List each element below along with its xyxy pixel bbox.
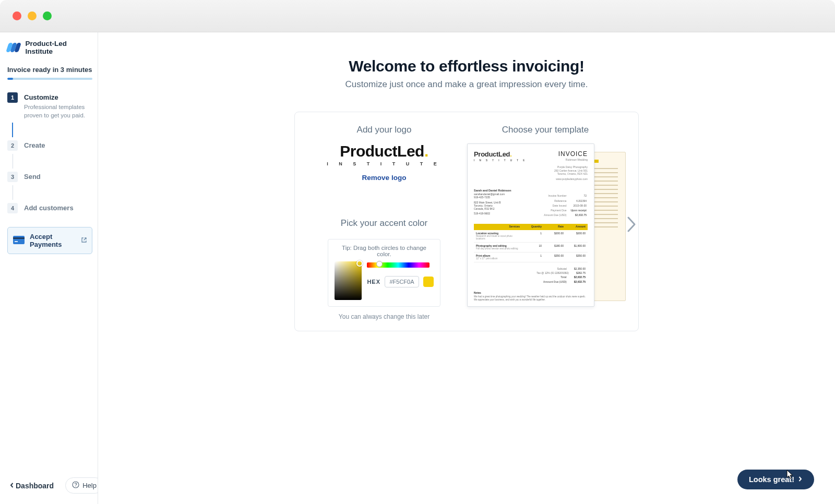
hero-subtitle: Customize just once and make a great imp…: [98, 79, 835, 90]
next-template-button[interactable]: [625, 215, 637, 235]
dashboard-link[interactable]: Dashboard: [9, 482, 54, 490]
brand-header: Product-Led Institute: [7, 40, 92, 55]
hero-title: Welcome to effortless invoicing!: [98, 57, 835, 75]
logo-dot: .: [424, 142, 428, 160]
template-column: Choose your template ProductLed. I N S T…: [467, 125, 624, 320]
hex-label: HEX: [367, 279, 380, 285]
hero: Welcome to effortless invoicing! Customi…: [98, 57, 835, 90]
invoice-template-preview[interactable]: ProductLed. I N S T I T U T E INVOICE Ro…: [467, 143, 594, 307]
chevron-right-icon: [797, 475, 803, 484]
step-connector: [12, 123, 13, 137]
saturation-value-square[interactable]: [335, 261, 362, 300]
step-label: Send: [24, 172, 41, 181]
credit-card-icon: [13, 236, 25, 246]
window-zoom-dot[interactable]: [43, 11, 52, 20]
chevron-left-icon: [9, 482, 15, 490]
dashboard-label: Dashboard: [16, 482, 54, 490]
preview-table-header: Services Quantity Rate Amount: [474, 224, 588, 230]
onboarding-sidebar: Product-Led Institute Invoice ready in 3…: [0, 32, 98, 504]
preview-line-item: Print album12" x 17" print album1$350.00…: [474, 253, 588, 262]
step-customize[interactable]: 1 Customize Professional templates prove…: [7, 89, 92, 123]
help-button[interactable]: Help: [65, 477, 103, 494]
window-close-dot[interactable]: [13, 11, 21, 20]
external-link-icon: [81, 237, 87, 244]
sv-handle[interactable]: [356, 260, 363, 267]
remove-logo-link[interactable]: Remove logo: [362, 174, 407, 182]
preview-totals: Subtotal$2,350.00 Tax @ 12% (ID 22820938…: [474, 267, 588, 284]
color-swatch: [423, 277, 434, 287]
svg-rect-0: [13, 236, 25, 244]
looks-great-button[interactable]: Looks great!: [737, 470, 814, 489]
hex-input[interactable]: [385, 276, 419, 287]
preview-line-item: Location scoutingResearch and travel to …: [474, 230, 588, 243]
logo-and-color-column: Add your logo ProductLed. I N S T I T U …: [309, 125, 459, 320]
color-picker: Tip: Drag both circles to change color. …: [328, 239, 440, 307]
step-add-customers[interactable]: 4 Add customers: [7, 200, 92, 217]
hue-handle[interactable]: [376, 261, 383, 267]
color-picker-tip: Tip: Drag both circles to change color.: [335, 245, 434, 257]
step-label: Customize: [24, 92, 92, 101]
help-label: Help: [82, 482, 97, 489]
add-logo-heading: Add your logo: [357, 125, 412, 135]
step-number: 3: [7, 172, 18, 182]
preview-line-item: Photography and editingFull day photo se…: [474, 243, 588, 253]
step-label: Create: [24, 140, 45, 149]
step-connector: [13, 185, 13, 200]
logo-subtext: I N S T I T U T E: [327, 161, 442, 166]
macos-titlebar: [0, 0, 835, 32]
hue-slider[interactable]: [367, 262, 430, 268]
uploaded-logo-preview: ProductLed. I N S T I T U T E: [327, 142, 442, 166]
onboarding-steps: 1 Customize Professional templates prove…: [7, 89, 92, 217]
step-number: 1: [7, 92, 18, 103]
window-minimize-dot[interactable]: [28, 11, 37, 20]
step-number: 4: [7, 203, 18, 213]
step-number: 2: [7, 140, 18, 151]
wave-logo-icon: [7, 43, 20, 52]
step-label: Add customers: [24, 203, 74, 212]
logo-text: ProductLed: [340, 142, 424, 160]
svg-rect-1: [13, 237, 25, 239]
preview-logo: ProductLed. I N S T I T U T E: [474, 150, 527, 181]
onboarding-progress-bar: [7, 78, 92, 80]
step-send[interactable]: 3 Send: [7, 169, 92, 185]
preview-notes: Notes We had a great time photographing …: [474, 291, 588, 302]
preview-invoice-title: INVOICE Robinson Wedding Purple Daisy Ph…: [554, 150, 588, 181]
main-content: Welcome to effortless invoicing! Customi…: [98, 32, 835, 504]
step-connector: [13, 154, 13, 169]
progress-headline: Invoice ready in 3 minutes: [7, 66, 92, 74]
accept-payments-label: Accept Payments: [30, 233, 76, 248]
pick-accent-heading: Pick your accent color: [341, 218, 427, 229]
svg-rect-2: [15, 241, 18, 242]
preview-bill-to: Sarah and Daniel Robinson sarahandaniel@…: [474, 189, 511, 218]
change-later-hint: You can always change this later: [339, 313, 430, 320]
step-description: Professional templates proven to get you…: [24, 103, 92, 119]
help-circle-icon: [72, 481, 79, 490]
template-carousel: ProductLed. I N S T I T U T E INVOICE Ro…: [467, 143, 624, 307]
brand-name: Product-Led Institute: [26, 40, 92, 55]
customize-card: Add your logo ProductLed. I N S T I T U …: [294, 112, 639, 331]
preview-meta-table: Invoice Number72 ReferenceKJ02394 Date I…: [540, 193, 588, 218]
svg-point-4: [76, 486, 76, 487]
choose-template-heading: Choose your template: [502, 125, 589, 135]
mouse-cursor-icon: [786, 470, 794, 481]
step-create[interactable]: 2 Create: [7, 137, 92, 154]
accept-payments-button[interactable]: Accept Payments: [7, 227, 92, 254]
